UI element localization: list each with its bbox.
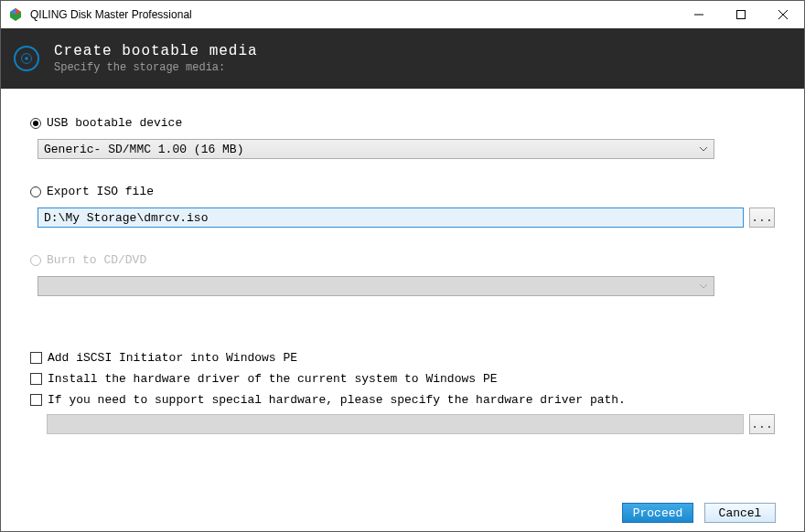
usb-radio-label: USB bootable device xyxy=(47,116,182,130)
driver-path-browse-button[interactable]: ... xyxy=(749,414,775,434)
header-icon xyxy=(14,46,39,71)
driver-path-checkbox[interactable] xyxy=(30,394,42,406)
iscsi-label: Add iSCSI Initiator into Windows PE xyxy=(48,351,297,365)
chevron-down-icon xyxy=(699,282,708,291)
cancel-button[interactable]: Cancel xyxy=(704,503,776,523)
maximize-button[interactable] xyxy=(720,1,762,28)
minimize-button[interactable] xyxy=(678,1,720,28)
usb-radio[interactable] xyxy=(30,118,41,129)
page-title: Create bootable media xyxy=(54,43,258,59)
usb-device-value: Generic- SD/MMC 1.00 (16 MB) xyxy=(44,143,243,156)
iscsi-checkbox[interactable] xyxy=(30,352,42,364)
content-area: USB bootable device Generic- SD/MMC 1.00… xyxy=(1,89,804,434)
iso-browse-button[interactable]: ... xyxy=(749,207,775,228)
chevron-down-icon xyxy=(699,144,708,154)
usb-device-select[interactable]: Generic- SD/MMC 1.00 (16 MB) xyxy=(38,139,714,159)
iso-radio-label: Export ISO file xyxy=(47,185,154,198)
iso-radio[interactable] xyxy=(30,186,41,197)
cd-device-select xyxy=(38,276,714,296)
iso-path-input[interactable] xyxy=(38,207,744,228)
titlebar: QILING Disk Master Professional xyxy=(1,1,804,28)
install-driver-checkbox[interactable] xyxy=(30,373,42,385)
page-header: Create bootable media Specify the storag… xyxy=(1,28,804,89)
checkbox-group: Add iSCSI Initiator into Windows PE Inst… xyxy=(30,351,775,434)
cd-option: Burn to CD/DVD xyxy=(30,253,775,296)
proceed-button[interactable]: Proceed xyxy=(622,503,693,523)
cd-radio xyxy=(30,255,41,266)
page-subtitle: Specify the storage media: xyxy=(54,61,258,74)
svg-point-8 xyxy=(25,57,28,60)
driver-path-input xyxy=(47,414,744,434)
iso-option: Export ISO file ... xyxy=(30,185,775,228)
cd-radio-label: Burn to CD/DVD xyxy=(47,253,146,267)
svg-rect-4 xyxy=(737,11,746,19)
close-button[interactable] xyxy=(762,1,804,28)
app-logo-icon xyxy=(8,7,23,22)
window-controls xyxy=(678,1,804,28)
footer-buttons: Proceed Cancel xyxy=(622,503,776,523)
driver-path-label: If you need to support special hardware,… xyxy=(48,393,626,407)
window-title: QILING Disk Master Professional xyxy=(30,8,678,21)
usb-option: USB bootable device Generic- SD/MMC 1.00… xyxy=(30,116,775,159)
install-driver-label: Install the hardware driver of the curre… xyxy=(48,372,497,386)
